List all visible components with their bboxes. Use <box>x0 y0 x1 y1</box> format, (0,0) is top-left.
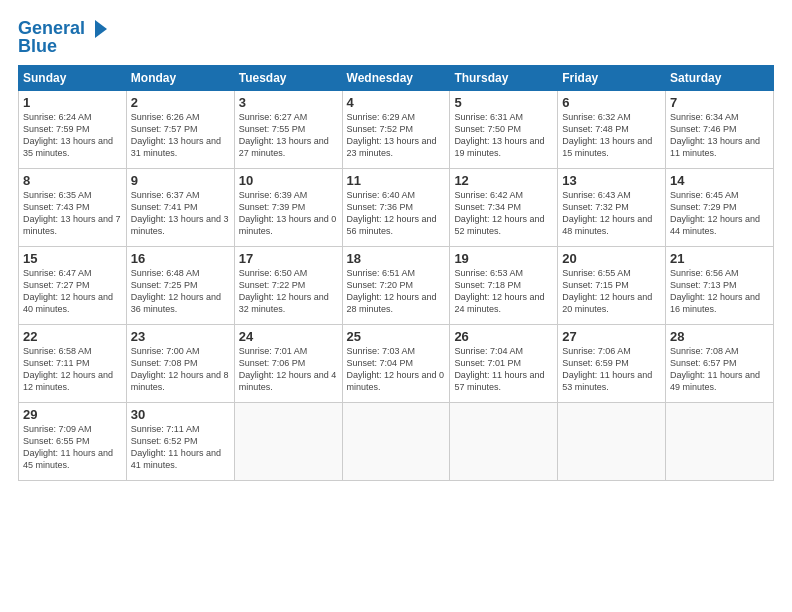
calendar-week-row: 1Sunrise: 6:24 AMSunset: 7:59 PMDaylight… <box>19 91 774 169</box>
day-info: Sunrise: 6:27 AMSunset: 7:55 PMDaylight:… <box>239 111 338 160</box>
day-number: 14 <box>670 173 769 188</box>
day-number: 24 <box>239 329 338 344</box>
calendar-cell: 16Sunrise: 6:48 AMSunset: 7:25 PMDayligh… <box>126 247 234 325</box>
day-info: Sunrise: 6:35 AMSunset: 7:43 PMDaylight:… <box>23 189 122 238</box>
day-number: 28 <box>670 329 769 344</box>
day-info: Sunrise: 7:11 AMSunset: 6:52 PMDaylight:… <box>131 423 230 472</box>
logo: General Blue <box>18 18 109 57</box>
calendar-cell: 29Sunrise: 7:09 AMSunset: 6:55 PMDayligh… <box>19 403 127 481</box>
calendar-table: SundayMondayTuesdayWednesdayThursdayFrid… <box>18 65 774 481</box>
day-number: 25 <box>347 329 446 344</box>
day-number: 10 <box>239 173 338 188</box>
day-info: Sunrise: 6:55 AMSunset: 7:15 PMDaylight:… <box>562 267 661 316</box>
calendar-cell: 2Sunrise: 6:26 AMSunset: 7:57 PMDaylight… <box>126 91 234 169</box>
day-info: Sunrise: 6:39 AMSunset: 7:39 PMDaylight:… <box>239 189 338 238</box>
calendar-cell <box>342 403 450 481</box>
day-info: Sunrise: 7:01 AMSunset: 7:06 PMDaylight:… <box>239 345 338 394</box>
day-number: 27 <box>562 329 661 344</box>
calendar-cell <box>666 403 774 481</box>
calendar-cell: 6Sunrise: 6:32 AMSunset: 7:48 PMDaylight… <box>558 91 666 169</box>
day-number: 23 <box>131 329 230 344</box>
day-info: Sunrise: 6:53 AMSunset: 7:18 PMDaylight:… <box>454 267 553 316</box>
calendar-cell: 5Sunrise: 6:31 AMSunset: 7:50 PMDaylight… <box>450 91 558 169</box>
day-info: Sunrise: 7:08 AMSunset: 6:57 PMDaylight:… <box>670 345 769 394</box>
calendar-cell: 23Sunrise: 7:00 AMSunset: 7:08 PMDayligh… <box>126 325 234 403</box>
day-number: 8 <box>23 173 122 188</box>
day-info: Sunrise: 6:37 AMSunset: 7:41 PMDaylight:… <box>131 189 230 238</box>
calendar-cell: 11Sunrise: 6:40 AMSunset: 7:36 PMDayligh… <box>342 169 450 247</box>
day-number: 17 <box>239 251 338 266</box>
day-number: 19 <box>454 251 553 266</box>
calendar-week-row: 15Sunrise: 6:47 AMSunset: 7:27 PMDayligh… <box>19 247 774 325</box>
day-number: 26 <box>454 329 553 344</box>
calendar-cell <box>450 403 558 481</box>
weekday-header: Wednesday <box>342 66 450 91</box>
day-info: Sunrise: 6:29 AMSunset: 7:52 PMDaylight:… <box>347 111 446 160</box>
calendar-cell: 3Sunrise: 6:27 AMSunset: 7:55 PMDaylight… <box>234 91 342 169</box>
day-number: 7 <box>670 95 769 110</box>
day-number: 5 <box>454 95 553 110</box>
day-info: Sunrise: 7:03 AMSunset: 7:04 PMDaylight:… <box>347 345 446 394</box>
day-number: 2 <box>131 95 230 110</box>
calendar-cell: 9Sunrise: 6:37 AMSunset: 7:41 PMDaylight… <box>126 169 234 247</box>
day-number: 1 <box>23 95 122 110</box>
calendar-cell: 4Sunrise: 6:29 AMSunset: 7:52 PMDaylight… <box>342 91 450 169</box>
calendar-cell: 22Sunrise: 6:58 AMSunset: 7:11 PMDayligh… <box>19 325 127 403</box>
calendar-week-row: 8Sunrise: 6:35 AMSunset: 7:43 PMDaylight… <box>19 169 774 247</box>
day-number: 11 <box>347 173 446 188</box>
logo-icon <box>87 18 109 40</box>
day-number: 12 <box>454 173 553 188</box>
weekday-header: Monday <box>126 66 234 91</box>
day-info: Sunrise: 6:56 AMSunset: 7:13 PMDaylight:… <box>670 267 769 316</box>
day-number: 22 <box>23 329 122 344</box>
weekday-header: Tuesday <box>234 66 342 91</box>
weekday-header: Sunday <box>19 66 127 91</box>
calendar-week-row: 29Sunrise: 7:09 AMSunset: 6:55 PMDayligh… <box>19 403 774 481</box>
calendar-cell <box>558 403 666 481</box>
day-info: Sunrise: 6:31 AMSunset: 7:50 PMDaylight:… <box>454 111 553 160</box>
day-info: Sunrise: 7:00 AMSunset: 7:08 PMDaylight:… <box>131 345 230 394</box>
day-info: Sunrise: 6:32 AMSunset: 7:48 PMDaylight:… <box>562 111 661 160</box>
calendar-cell: 13Sunrise: 6:43 AMSunset: 7:32 PMDayligh… <box>558 169 666 247</box>
calendar-week-row: 22Sunrise: 6:58 AMSunset: 7:11 PMDayligh… <box>19 325 774 403</box>
page: General Blue SundayMondayTuesdayWednesda… <box>0 0 792 612</box>
day-info: Sunrise: 6:43 AMSunset: 7:32 PMDaylight:… <box>562 189 661 238</box>
day-number: 21 <box>670 251 769 266</box>
day-info: Sunrise: 6:24 AMSunset: 7:59 PMDaylight:… <box>23 111 122 160</box>
day-info: Sunrise: 6:58 AMSunset: 7:11 PMDaylight:… <box>23 345 122 394</box>
day-number: 4 <box>347 95 446 110</box>
svg-marker-0 <box>95 20 107 38</box>
weekday-header: Saturday <box>666 66 774 91</box>
weekday-header: Friday <box>558 66 666 91</box>
calendar-cell: 18Sunrise: 6:51 AMSunset: 7:20 PMDayligh… <box>342 247 450 325</box>
calendar-cell: 14Sunrise: 6:45 AMSunset: 7:29 PMDayligh… <box>666 169 774 247</box>
day-number: 9 <box>131 173 230 188</box>
day-info: Sunrise: 6:50 AMSunset: 7:22 PMDaylight:… <box>239 267 338 316</box>
calendar-cell: 26Sunrise: 7:04 AMSunset: 7:01 PMDayligh… <box>450 325 558 403</box>
calendar-cell: 17Sunrise: 6:50 AMSunset: 7:22 PMDayligh… <box>234 247 342 325</box>
day-number: 20 <box>562 251 661 266</box>
calendar-cell: 10Sunrise: 6:39 AMSunset: 7:39 PMDayligh… <box>234 169 342 247</box>
day-info: Sunrise: 7:09 AMSunset: 6:55 PMDaylight:… <box>23 423 122 472</box>
day-number: 13 <box>562 173 661 188</box>
day-number: 29 <box>23 407 122 422</box>
day-number: 6 <box>562 95 661 110</box>
day-info: Sunrise: 6:45 AMSunset: 7:29 PMDaylight:… <box>670 189 769 238</box>
day-number: 15 <box>23 251 122 266</box>
calendar-cell: 7Sunrise: 6:34 AMSunset: 7:46 PMDaylight… <box>666 91 774 169</box>
calendar-cell: 8Sunrise: 6:35 AMSunset: 7:43 PMDaylight… <box>19 169 127 247</box>
calendar-cell: 30Sunrise: 7:11 AMSunset: 6:52 PMDayligh… <box>126 403 234 481</box>
day-number: 3 <box>239 95 338 110</box>
day-info: Sunrise: 7:04 AMSunset: 7:01 PMDaylight:… <box>454 345 553 394</box>
weekday-header: Thursday <box>450 66 558 91</box>
day-info: Sunrise: 6:34 AMSunset: 7:46 PMDaylight:… <box>670 111 769 160</box>
header: General Blue <box>18 18 774 57</box>
calendar-cell <box>234 403 342 481</box>
day-number: 30 <box>131 407 230 422</box>
calendar-cell: 28Sunrise: 7:08 AMSunset: 6:57 PMDayligh… <box>666 325 774 403</box>
day-info: Sunrise: 6:48 AMSunset: 7:25 PMDaylight:… <box>131 267 230 316</box>
calendar-cell: 19Sunrise: 6:53 AMSunset: 7:18 PMDayligh… <box>450 247 558 325</box>
day-info: Sunrise: 6:42 AMSunset: 7:34 PMDaylight:… <box>454 189 553 238</box>
day-info: Sunrise: 6:47 AMSunset: 7:27 PMDaylight:… <box>23 267 122 316</box>
day-number: 18 <box>347 251 446 266</box>
